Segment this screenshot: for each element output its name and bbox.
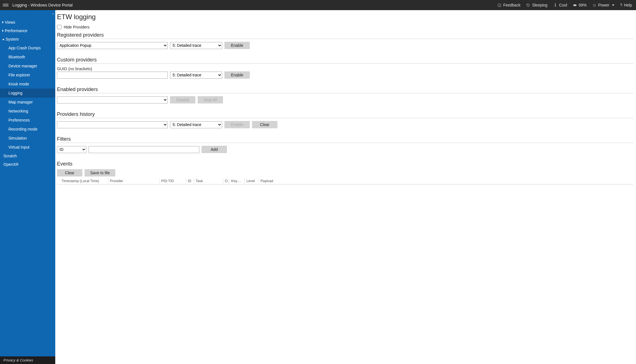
hide-providers-label: Hide Providers [64, 25, 90, 29]
col-pidtid[interactable]: PID:TID [160, 178, 186, 184]
nav-group-views[interactable]: Views [0, 18, 55, 27]
nav-group-label: Performance [5, 28, 27, 33]
main-content: ETW logging Hide Providers Registered pr… [55, 10, 636, 364]
filter-field-select[interactable]: ID [57, 146, 86, 153]
top-bar: Logging - Windows Device Portal Feedback… [0, 0, 636, 10]
nav-group-performance[interactable]: Performance [0, 27, 55, 35]
sleep-status: Sleeping [526, 3, 547, 7]
filters-heading: Filters [57, 136, 633, 143]
col-level[interactable]: Level [245, 178, 259, 184]
power-icon [592, 3, 597, 7]
feedback-button[interactable]: Feedback [497, 3, 520, 7]
chevron-up-icon [2, 39, 5, 40]
nav-group-system[interactable]: System [0, 35, 55, 43]
custom-enable-button[interactable]: Enable [224, 71, 250, 79]
history-enable-button[interactable]: Enable [224, 121, 250, 128]
divider [57, 63, 633, 64]
svg-point-2 [500, 5, 500, 5]
custom-providers-heading: Custom providers [57, 57, 633, 63]
providers-history-heading: Providers history [57, 111, 633, 118]
svg-point-1 [499, 5, 499, 5]
nav-item-preferences[interactable]: Preferences [0, 116, 55, 125]
hamburger-icon[interactable] [3, 2, 8, 8]
nav-group-label: Views [5, 20, 15, 25]
smiley-icon [497, 3, 502, 7]
col-timestamp[interactable]: Timestamp (Local Time) [57, 178, 108, 184]
thermometer-icon [553, 3, 557, 7]
chevron-right-icon [2, 30, 4, 32]
temp-label: Cool [559, 3, 567, 7]
enabled-disable-button[interactable]: Disable [170, 96, 195, 103]
temperature-status: Cool [553, 3, 567, 7]
nav-item-virtual-input[interactable]: Virtual Input [0, 143, 55, 152]
history-clear-button[interactable]: Clear [252, 121, 277, 128]
power-menu[interactable]: Power [592, 3, 615, 7]
nav-item-logging[interactable]: Logging [0, 89, 55, 98]
col-task[interactable]: Task [194, 178, 223, 184]
nav-item-openxr[interactable]: OpenXR [0, 160, 55, 169]
sidebar: ‹ Views Performance System App Crash Dum… [0, 10, 55, 364]
nav-item-simulation[interactable]: Simulation [0, 134, 55, 143]
feedback-label: Feedback [503, 3, 520, 7]
nav-item-file-explorer[interactable]: File explorer [0, 70, 55, 80]
battery-status: 99% [573, 3, 587, 7]
window-title: Logging - Windows Device Portal [12, 3, 73, 7]
collapse-sidebar-button[interactable]: ‹ [52, 12, 54, 16]
svg-rect-5 [576, 5, 577, 6]
custom-level-select[interactable]: 5: Detailed trace [170, 72, 222, 79]
page-title: ETW logging [57, 13, 633, 21]
filter-value-input[interactable] [89, 146, 199, 153]
question-icon: ? [620, 3, 622, 7]
history-provider-select[interactable] [57, 121, 168, 128]
battery-label: 99% [579, 3, 587, 7]
hide-providers-checkbox[interactable] [57, 25, 61, 29]
filter-add-button[interactable]: Add [202, 146, 227, 153]
events-table: Timestamp (Local Time) Provider PID:TID … [57, 178, 633, 184]
events-clear-button[interactable]: Clear [57, 169, 82, 177]
help-label: Help [624, 3, 632, 7]
events-heading: Events [57, 161, 633, 167]
battery-icon [573, 3, 577, 7]
divider [57, 93, 633, 93]
col-id[interactable]: ID [186, 178, 194, 184]
divider [57, 143, 633, 143]
chevron-down-icon [612, 5, 614, 6]
custom-guid-input[interactable] [57, 72, 168, 79]
divider [57, 118, 633, 118]
chevron-right-icon [2, 21, 4, 23]
svg-rect-6 [574, 5, 576, 6]
guid-label: GUID (no brackets) [57, 67, 633, 71]
divider [57, 39, 633, 39]
nav-item-device-manager[interactable]: Device manager [0, 61, 55, 70]
nav-item-bluetooth[interactable]: Bluetooth [0, 52, 55, 61]
nav-item-kiosk-mode[interactable]: Kiosk mode [0, 80, 55, 89]
col-keyword[interactable]: Keyword [229, 178, 245, 184]
svg-point-3 [555, 5, 556, 6]
enabled-stop-all-button[interactable]: Stop All [198, 96, 223, 103]
hide-providers-checkbox-row[interactable]: Hide Providers [57, 25, 633, 29]
registered-provider-select[interactable]: Application Popup [57, 42, 168, 49]
col-opcode[interactable]: O... [223, 178, 229, 184]
svg-point-0 [498, 3, 501, 6]
col-payload[interactable]: Payload [259, 178, 633, 184]
col-provider[interactable]: Provider [108, 178, 160, 184]
nav-item-scratch[interactable]: Scratch [0, 152, 55, 160]
registered-level-select[interactable]: 5: Detailed trace [170, 42, 222, 49]
power-label: Power [598, 3, 610, 7]
enabled-provider-select[interactable] [57, 96, 168, 103]
nav-item-networking[interactable]: Networking [0, 107, 55, 116]
enabled-providers-heading: Enabled providers [57, 87, 633, 93]
events-table-header: Timestamp (Local Time) Provider PID:TID … [57, 178, 633, 184]
history-icon [526, 3, 530, 7]
nav-item-map-manager[interactable]: Map manager [0, 98, 55, 107]
history-level-select[interactable]: 5: Detailed trace [170, 121, 222, 128]
sleep-label: Sleeping [532, 3, 547, 7]
nav-item-recording-mode[interactable]: Recording mode [0, 125, 55, 134]
registered-providers-heading: Registered providers [57, 32, 633, 39]
privacy-cookies-link[interactable]: Privacy & Cookies [0, 356, 55, 364]
registered-enable-button[interactable]: Enable [224, 42, 250, 49]
help-button[interactable]: ? Help [620, 3, 632, 7]
nav-item-app-crash-dumps[interactable]: App Crash Dumps [0, 43, 55, 52]
events-save-button[interactable]: Save to file [85, 169, 115, 177]
nav-group-label: System [6, 37, 19, 41]
